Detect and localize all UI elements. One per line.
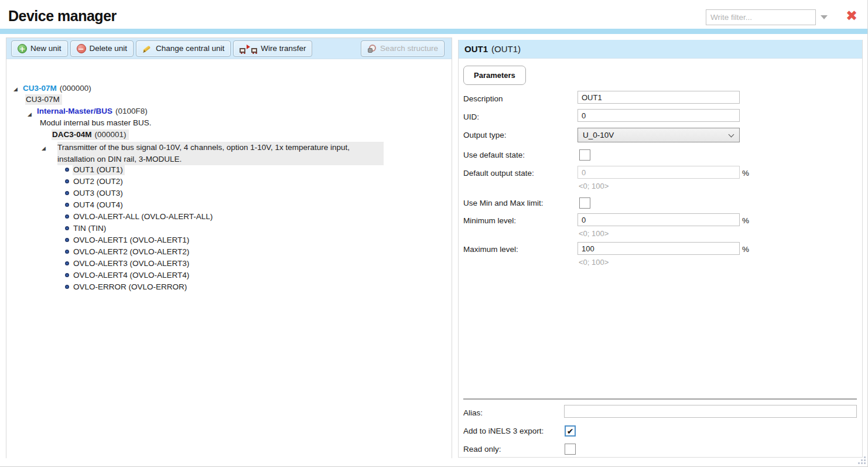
wire-transfer-label: Wire transfer xyxy=(261,44,306,53)
tree-node-dac3-desc[interactable]: Transmitter of the bus signal 0-10V, 4 c… xyxy=(57,142,384,165)
change-central-unit-label: Change central unit xyxy=(156,44,224,53)
output-type-value: U_0-10V xyxy=(583,131,614,139)
remove-icon: − xyxy=(77,44,86,53)
chevron-down-icon xyxy=(729,132,734,138)
add-icon: + xyxy=(18,44,27,53)
toolbar: + New unit − Delete unit Change central … xyxy=(6,38,452,59)
tree-node-internal-master-bus[interactable]: Internal-Master/BUS(0100F8) xyxy=(37,107,148,118)
tree-item-label[interactable]: OUT3 (OUT3) xyxy=(73,188,125,199)
new-unit-button[interactable]: + New unit xyxy=(11,40,68,57)
tree-node-dac3-04m[interactable]: DAC3-04M(000001) xyxy=(52,130,129,142)
expander-icon[interactable] xyxy=(42,145,46,151)
resize-grip[interactable] xyxy=(856,455,866,464)
channel-bullet-icon xyxy=(65,238,69,242)
channel-bullet-icon xyxy=(65,226,69,230)
tree-item-label[interactable]: OUT4 (OUT4) xyxy=(73,200,125,210)
tree-item-label[interactable]: OVLO-ALERT3 (OVLO-ALERT3) xyxy=(73,258,191,269)
use-min-max-checkbox[interactable] xyxy=(579,197,590,209)
default-output-state-field[interactable] xyxy=(577,166,740,179)
tree-item-ovlo-alert1[interactable]: OVLO-ALERT1 (OVLO-ALERT1) xyxy=(65,236,191,247)
wire-transfer-button[interactable]: Wire transfer xyxy=(233,40,312,57)
wire-transfer-icon xyxy=(240,44,257,53)
search-structure-button[interactable]: Search structure xyxy=(361,40,445,57)
close-icon[interactable]: ✖ xyxy=(846,8,857,24)
channel-bullet-icon xyxy=(65,168,69,172)
change-central-unit-button[interactable]: Change central unit xyxy=(136,40,231,57)
tree-item-label[interactable]: OVLO-ALERT2 (OVLO-ALERT2) xyxy=(73,247,191,257)
use-default-state-label: Use default state: xyxy=(463,151,525,159)
default-output-state-label: Default output state: xyxy=(463,169,534,178)
description-label: Description xyxy=(463,94,503,103)
tree-node-label[interactable]: DAC3-04M xyxy=(52,130,92,139)
tree-node-central-unit-desc[interactable]: CU3-07M xyxy=(25,95,62,107)
new-unit-label: New unit xyxy=(30,44,61,53)
device-tree: CU3-07M(000000) CU3-07M Internal-Master/… xyxy=(6,59,452,458)
use-default-state-checkbox[interactable] xyxy=(579,149,590,161)
device-manager-window: Device manager ✖ + New unit − Delete uni… xyxy=(0,0,868,467)
output-type-select[interactable]: U_0-10V xyxy=(577,128,740,142)
expander-icon[interactable] xyxy=(13,86,18,92)
pencil-icon xyxy=(142,44,152,53)
tree-item-out4[interactable]: OUT4 (OUT4) xyxy=(65,200,125,212)
tree-item-out1[interactable]: OUT1 (OUT1) xyxy=(65,165,125,177)
minimum-level-label: Minimum level: xyxy=(463,216,516,225)
tree-item-label[interactable]: OUT2 (OUT2) xyxy=(73,176,125,187)
range-hint: <0; 100> xyxy=(579,182,609,190)
tree-item-label[interactable]: TIN (TIN) xyxy=(73,223,108,234)
detail-panel: OUT1(OUT1) Parameters Description UID: O… xyxy=(458,40,863,458)
add-to-inels3-export-label: Add to iNELS 3 export: xyxy=(463,427,544,435)
minimum-level-field[interactable] xyxy=(577,213,740,226)
filter-input[interactable] xyxy=(706,9,816,25)
page-title: Device manager xyxy=(8,8,117,25)
tree-item-tin[interactable]: TIN (TIN) xyxy=(65,224,108,236)
percent-unit: % xyxy=(742,216,749,225)
uid-field[interactable] xyxy=(577,109,740,122)
delete-unit-button[interactable]: − Delete unit xyxy=(70,40,134,57)
tree-item-label[interactable]: OVLO-ALERT-ALL (OVLO-ALERT-ALL) xyxy=(73,212,214,222)
tree-item-out2[interactable]: OUT2 (OUT2) xyxy=(65,177,125,189)
tree-item-ovlo-alert4[interactable]: OVLO-ALERT4 (OVLO-ALERT4) xyxy=(65,271,191,282)
tree-item-ovlo-alert-all[interactable]: OVLO-ALERT-ALL (OVLO-ALERT-ALL) xyxy=(65,212,214,224)
filter-dropdown-icon[interactable] xyxy=(821,15,828,19)
range-hint: <0; 100> xyxy=(579,229,609,238)
tree-item-out3[interactable]: OUT3 (OUT3) xyxy=(65,189,125,200)
output-type-label: Output type: xyxy=(463,131,507,139)
tree-item-ovlo-error[interactable]: OVLO-ERROR (OVLO-ERROR) xyxy=(65,282,189,294)
tree-node-address: (000001) xyxy=(95,130,127,139)
titlebar: Device manager ✖ xyxy=(0,0,867,29)
channel-bullet-icon xyxy=(65,261,69,265)
tree-item-ovlo-alert2[interactable]: OVLO-ALERT2 (OVLO-ALERT2) xyxy=(65,247,191,259)
range-hint: <0; 100> xyxy=(579,258,609,267)
channel-bullet-icon xyxy=(65,203,69,207)
tree-item-label[interactable]: OVLO-ALERT4 (OVLO-ALERT4) xyxy=(73,270,191,281)
search-icon xyxy=(367,44,377,53)
read-only-checkbox[interactable] xyxy=(565,444,576,455)
tree-node-label[interactable]: CU3-07M xyxy=(23,84,57,93)
tree-item-label[interactable]: OVLO-ERROR (OVLO-ERROR) xyxy=(73,282,189,292)
tree-node-description: Transmitter of the bus signal 0-10V, 4 c… xyxy=(57,142,384,165)
tree-node-central-unit[interactable]: CU3-07M(000000) xyxy=(23,84,91,96)
channel-bullet-icon xyxy=(65,214,69,219)
tree-node-bus-desc: Modul internal bus master BUS. xyxy=(40,118,152,130)
read-only-label: Read only: xyxy=(463,445,501,454)
search-structure-label: Search structure xyxy=(380,44,438,53)
footer-divider xyxy=(463,398,857,400)
percent-unit: % xyxy=(742,245,749,254)
maximum-level-field[interactable] xyxy=(577,242,740,255)
channel-bullet-icon xyxy=(65,250,69,254)
percent-unit: % xyxy=(742,169,749,178)
tree-item-label[interactable]: OVLO-ALERT1 (OVLO-ALERT1) xyxy=(73,235,191,246)
tree-item-label[interactable]: OUT1 (OUT1) xyxy=(73,165,125,175)
tree-node-address: (0100F8) xyxy=(115,107,148,115)
tab-parameters[interactable]: Parameters xyxy=(463,66,526,85)
expander-icon[interactable] xyxy=(28,111,32,117)
detail-header: OUT1(OUT1) xyxy=(459,40,862,59)
channel-bullet-icon xyxy=(65,191,69,195)
tree-item-ovlo-alert3[interactable]: OVLO-ALERT3 (OVLO-ALERT3) xyxy=(65,259,191,271)
alias-field[interactable] xyxy=(564,405,857,418)
add-to-inels3-export-checkbox[interactable]: ✔ xyxy=(565,425,576,437)
channel-bullet-icon xyxy=(65,285,69,289)
description-field[interactable] xyxy=(577,91,740,104)
channel-bullet-icon xyxy=(65,273,69,277)
tree-node-label[interactable]: Internal-Master/BUS xyxy=(37,107,112,115)
